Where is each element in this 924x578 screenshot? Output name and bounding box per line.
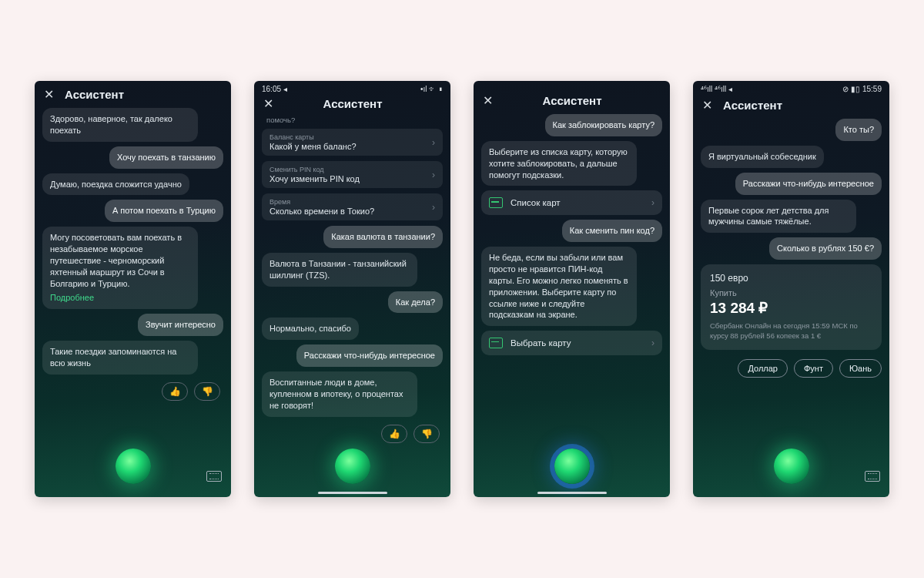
user-message[interactable]: А потом поехать в Турцию [105,200,223,222]
voice-orb[interactable] [774,449,809,484]
home-indicator [537,492,607,494]
shortcut-time[interactable]: ВремяСколько времени в Токио?› [262,193,443,220]
conversion-card[interactable]: 150 евро Купить 13 284 ₽ Сбербанк Онлайн… [701,264,882,350]
chevron-right-icon: › [651,338,654,348]
user-message[interactable]: Расскажи что-нибудь интересное [296,344,443,367]
cards-icon [489,197,503,208]
conversion-meta: Сбербанк Онлайн на сегодня 15:59 МСК по … [710,321,872,341]
shortcut-balance[interactable]: Баланс картыКакой у меня баланс?› [262,129,443,156]
chip-yuan[interactable]: Юань [839,359,882,378]
user-message[interactable]: Расскажи что-нибудь интересное [735,173,882,195]
thumbs-up-button[interactable]: 👍 [162,382,188,401]
chip-dollar[interactable]: Доллар [738,359,788,378]
conversion-amount: 13 284 ₽ [710,299,872,317]
chevron-right-icon: › [432,170,435,180]
bot-message: Первые сорок лет детства для мужчины сам… [701,200,856,234]
status-bar: 16:05◂ •ıl ᯤ ▮ [254,81,450,95]
user-message[interactable]: Хочу поехать в танзанию [109,146,223,169]
voice-orb-zone [693,435,889,497]
bot-message: Думаю, поездка сложится удачно [42,173,189,196]
bot-message: Воспитанные люди в доме, купленном в ипо… [262,371,417,417]
voice-orb-zone [35,435,231,497]
close-icon[interactable]: ✕ [44,87,54,102]
bot-message: Могу посоветовать вам поехать в незабыва… [42,227,198,309]
chip-pound[interactable]: Фунт [794,359,833,378]
cards-icon [489,338,503,348]
phone-screen-4: ⁴⁶ıll ⁴⁶ıll ◂ ⊘ ▮▯15:59 ✕ Ассистент Кто … [693,81,889,497]
conversion-heading: 150 евро [710,273,872,284]
screen-title: Ассистент [723,99,782,112]
close-icon[interactable]: ✕ [702,98,712,113]
chevron-right-icon: › [432,137,435,148]
voice-orb-zone [254,435,450,497]
voice-orb[interactable] [335,449,370,484]
header: ✕ Ассистент [693,95,889,117]
currency-chips: Доллар Фунт Юань [738,359,882,378]
select-card-action[interactable]: Выбрать карту › [481,331,662,355]
bot-message: Нормально, спасибо [262,318,359,340]
phone-screen-3: ✕ Ассистент Как заблокировать карту? Выб… [474,81,670,497]
card-list-action[interactable]: Список карт › [481,190,662,215]
user-message[interactable]: Кто ты? [835,119,882,141]
user-message[interactable]: Как заблокировать карту? [545,114,662,136]
header: ✕ Ассистент [35,81,231,106]
bot-message: Такие поездки запоминаются на всю жизнь [42,341,198,375]
bot-message: Я виртуальный собеседник [701,146,824,168]
user-message[interactable]: Какая валюта в танзании? [323,226,443,248]
bot-message: Здорово, наверное, так далеко поехать [42,108,198,142]
thumbs-down-button[interactable]: 👎 [194,382,220,401]
screen-title: Ассистент [264,97,441,110]
feedback-row: 👍 👎 [162,382,220,401]
bot-message: Не беда, если вы забыли или вам просто н… [481,247,637,326]
user-message[interactable]: Как сменить пин код? [562,220,662,242]
keyboard-icon[interactable] [206,471,222,482]
user-message[interactable]: Звучит интересно [138,314,223,336]
phone-screen-2: 16:05◂ •ıl ᯤ ▮ ✕ Ассистент помочь? Балан… [254,81,450,497]
prompt-hint: помочь? [266,116,443,124]
header: ✕ Ассистент [474,81,670,113]
details-link[interactable]: Подробнее [50,292,190,304]
shortcut-pin[interactable]: Сменить PIN кодХочу изменить PIN код› [262,161,443,188]
chevron-right-icon: › [651,197,654,208]
keyboard-icon[interactable] [865,471,880,482]
conversion-buy-label: Купить [710,288,872,297]
user-message[interactable]: Как дела? [388,291,443,314]
screen-title: Ассистент [65,88,124,101]
status-bar: ⁴⁶ıll ⁴⁶ıll ◂ ⊘ ▮▯15:59 [693,81,889,95]
voice-orb[interactable] [116,449,151,484]
phone-screen-1: ✕ Ассистент Здорово, наверное, так далек… [35,81,231,497]
home-indicator [318,492,387,494]
user-message[interactable]: Сколько в рублях 150 €? [769,237,882,260]
voice-orb[interactable] [554,449,590,484]
bot-message: Валюта в Танзании - танзанийский шиллинг… [262,253,417,287]
bot-message: Выберите из списка карту, которую хотите… [481,141,637,187]
header: ✕ Ассистент [254,95,450,116]
screen-title: Ассистент [484,94,661,107]
chevron-right-icon: › [432,202,435,213]
voice-orb-zone [474,435,670,497]
